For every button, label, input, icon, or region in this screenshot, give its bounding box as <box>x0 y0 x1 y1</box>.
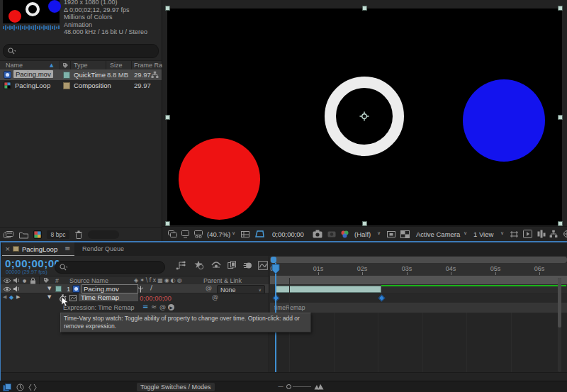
panel-menu-icon[interactable]: ≡ <box>64 245 70 252</box>
red-circle-shape[interactable] <box>179 138 260 220</box>
region-of-interest-icon[interactable] <box>386 230 396 238</box>
quality-icon[interactable] <box>137 286 144 293</box>
view-layout-popup[interactable]: 1 View <box>473 230 493 238</box>
column-source-name[interactable]: Source Name <box>69 277 108 284</box>
layer-source-name[interactable]: Pacing.mov <box>82 284 138 293</box>
zoom-out-icon[interactable]: — <box>278 384 284 390</box>
include-graph-icon[interactable] <box>69 295 77 301</box>
chevron-down-icon[interactable]: ∨ <box>377 231 381 236</box>
sort-ascending-icon[interactable]: ▲ <box>50 63 53 68</box>
motion-blur-icon[interactable] <box>243 261 252 270</box>
selection-handle-mid-left[interactable] <box>165 115 170 120</box>
quality-slash-icon[interactable]: / <box>150 285 152 291</box>
toggle-switches-modes-button[interactable]: Toggle Switches / Modes <box>137 383 215 391</box>
magnification-popup[interactable]: (40.7%) <box>207 230 230 238</box>
draft-3d-icon[interactable] <box>193 260 204 270</box>
property-value[interactable]: 0;00;00;00 <box>140 294 172 302</box>
selection-handle-bottom-right[interactable] <box>558 221 563 226</box>
time-navigator[interactable] <box>270 257 567 263</box>
delete-trash-icon[interactable] <box>75 230 82 239</box>
viewer-timecode[interactable]: 0;00;00;00 <box>272 230 304 238</box>
layer-label-swatch[interactable] <box>55 286 62 292</box>
frame-blending-icon[interactable] <box>228 261 237 270</box>
audio-speaker-icon[interactable] <box>13 277 20 284</box>
property-pickwhip-icon[interactable]: @ <box>212 294 218 301</box>
comp-flowchart-icon[interactable] <box>549 230 558 238</box>
tab-label[interactable]: PacingLoop <box>22 245 57 253</box>
expression-enabled-icon[interactable]: = <box>142 303 148 310</box>
column-size[interactable]: Size <box>110 62 123 69</box>
layer-row-pacing-mov[interactable]: ▼ 1 Pacing.mov / @ None ∨ <box>1 284 269 293</box>
expression-language-menu-icon[interactable]: ▶ <box>168 304 174 310</box>
timeline-button-icon[interactable] <box>537 230 546 238</box>
column-frame-rate[interactable]: Frame Ra.. <box>134 62 166 69</box>
project-search-input[interactable] <box>3 44 159 58</box>
video-eye-icon[interactable] <box>3 278 11 284</box>
timeline-zoom-slider-track[interactable] <box>293 386 311 387</box>
playhead-handle[interactable] <box>271 264 280 274</box>
item-name[interactable]: PacingLoop <box>15 82 50 89</box>
anchor-point-icon[interactable] <box>359 111 369 121</box>
selection-handle-top-right[interactable] <box>558 6 563 11</box>
column-parent-link[interactable]: Parent & Link <box>203 277 242 284</box>
transfer-controls-icon[interactable] <box>28 383 37 391</box>
label-color-icon[interactable] <box>43 277 50 284</box>
show-snapshot-icon[interactable] <box>327 230 336 237</box>
solo-icon[interactable]: ● <box>23 279 26 283</box>
column-index[interactable]: # <box>55 277 59 284</box>
snapshot-camera-icon[interactable] <box>313 230 322 238</box>
selection-handle-mid-right[interactable] <box>558 115 563 120</box>
video-eye-icon[interactable] <box>3 286 11 292</box>
expand-layer-columns-icon[interactable] <box>3 383 11 391</box>
item-name[interactable]: Pacing.mov <box>13 70 53 78</box>
channel-settings-icon[interactable] <box>340 230 349 239</box>
lock-icon[interactable] <box>30 277 36 284</box>
selection-handle-top-center[interactable] <box>362 6 367 11</box>
chevron-down-icon[interactable]: ∨ <box>232 231 235 236</box>
expression-graph-icon[interactable]: ≈ <box>151 303 157 310</box>
transparency-grid-icon[interactable] <box>400 230 410 238</box>
project-row-pacing-mov[interactable]: Pacing.mov QuickTime 8.8 MB 29.97 <box>0 69 162 80</box>
label-color-icon[interactable] <box>62 62 69 69</box>
reset-exposure-icon[interactable] <box>524 230 532 237</box>
project-row-pacingloop[interactable]: PacingLoop Composition 29.97 <box>0 80 162 91</box>
selection-handle-top-left[interactable] <box>165 6 170 11</box>
item-label-swatch[interactable] <box>63 82 70 89</box>
prev-keyframe-icon[interactable]: ◀ <box>3 295 6 300</box>
pixel-aspect-icon[interactable] <box>510 230 519 238</box>
time-ruler[interactable]: 0s 01s 02s 03s 04s 05s 06s <box>270 263 567 276</box>
timeline-zoom-slider-handle[interactable] <box>286 384 291 389</box>
blue-circle-shape[interactable] <box>463 79 545 162</box>
chevron-down-icon[interactable]: ∨ <box>500 231 504 236</box>
adjust-exposure-icon[interactable] <box>563 230 567 238</box>
scrollbar-thumb[interactable] <box>558 278 561 327</box>
resolution-popup[interactable]: (Half) <box>354 230 371 238</box>
expression-track[interactable]: timeRemap <box>270 303 567 313</box>
new-composition-icon[interactable] <box>33 230 42 239</box>
tab-pacingloop[interactable]: × PacingLoop ≡ <box>2 242 74 256</box>
expression-pickwhip-icon[interactable]: @ <box>159 304 166 310</box>
close-tab-icon[interactable]: × <box>5 246 11 252</box>
next-keyframe-icon[interactable]: ▶ <box>16 295 20 300</box>
render-time-icon[interactable] <box>16 383 24 391</box>
selection-handle-bottom-center[interactable] <box>362 221 367 226</box>
shy-layers-icon[interactable] <box>211 261 221 270</box>
zoom-in-icon[interactable] <box>314 383 324 390</box>
selection-handle-bottom-left[interactable] <box>165 221 170 226</box>
chevron-down-icon[interactable]: ∨ <box>464 231 467 236</box>
navigator-start-handle[interactable] <box>271 257 276 263</box>
bit-depth-button[interactable]: 8 bpc <box>47 230 69 239</box>
expand-property-icon[interactable]: ▼ <box>47 295 51 300</box>
composition-canvas[interactable] <box>167 9 562 225</box>
keyframe-toggle-icon[interactable]: ◆ <box>9 295 13 301</box>
mask-visibility-icon[interactable] <box>254 230 265 238</box>
stereo-3d-view-icon[interactable] <box>193 230 203 238</box>
camera-view-popup[interactable]: Active Camera <box>416 230 460 238</box>
always-preview-icon[interactable] <box>168 230 177 238</box>
main-viewer-icon[interactable] <box>181 230 190 238</box>
new-folder-icon[interactable] <box>19 231 28 239</box>
current-time-display[interactable]: 0;00;00;00 <box>5 257 60 269</box>
expand-layer-icon[interactable]: ▼ <box>47 286 51 291</box>
keyframe-diamond[interactable] <box>378 295 386 302</box>
timeline-vertical-scrollbar[interactable] <box>558 278 561 372</box>
